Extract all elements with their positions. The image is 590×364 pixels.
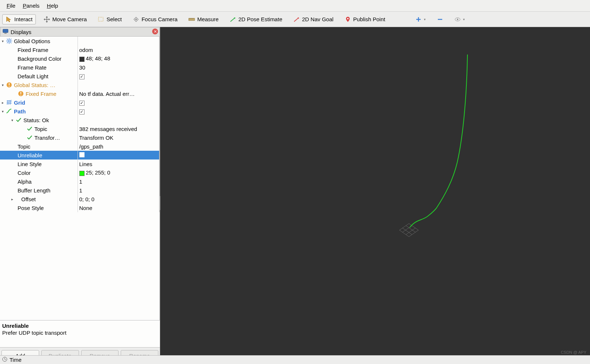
nav-goal-button[interactable]: 2D Nav Goal: [290, 14, 337, 25]
grid-visible-checkbox[interactable]: ✓: [79, 101, 84, 106]
panel-title-text: Displays: [11, 29, 31, 35]
grid-origin: [399, 224, 418, 237]
check-icon: [15, 117, 22, 123]
warning-icon: [18, 90, 24, 97]
row-offset[interactable]: ▸Offset 0; 0; 0: [0, 195, 159, 203]
close-panel-button[interactable]: ✕: [152, 29, 158, 34]
select-icon: [98, 16, 104, 23]
row-pose-style[interactable]: Pose Style None: [0, 203, 159, 212]
3d-viewport[interactable]: CSDN @ APY: [160, 27, 590, 364]
svg-line-46: [5, 359, 6, 360]
unreliable-checkbox[interactable]: [79, 152, 84, 157]
fixed-frame-value[interactable]: odom: [79, 47, 93, 53]
add-display-button[interactable]: ▾: [412, 14, 429, 25]
minus-icon: [437, 16, 443, 23]
menu-file[interactable]: File: [3, 1, 19, 10]
pose-estimate-button[interactable]: 2D Pose Estimate: [226, 14, 286, 25]
property-description: Unreliable Prefer UDP topic transport: [0, 320, 160, 347]
interact-button[interactable]: Interact: [2, 14, 36, 25]
svg-line-35: [10, 100, 11, 105]
ruler-icon: [188, 16, 195, 23]
svg-point-7: [347, 18, 349, 19]
panel-title-bar[interactable]: Displays ✕: [0, 27, 160, 37]
row-path[interactable]: ▾Path ✓: [0, 107, 159, 116]
pose-arrow-icon: [230, 16, 236, 23]
select-button[interactable]: Select: [94, 14, 125, 25]
row-alpha[interactable]: Alpha 1: [0, 177, 159, 186]
row-topic[interactable]: Topic /gps_path: [0, 142, 159, 151]
path-visible-checkbox[interactable]: ✓: [79, 109, 84, 115]
row-global-options[interactable]: ▾Global Options: [0, 37, 159, 45]
bg-color-chip[interactable]: [79, 57, 84, 62]
move-camera-label: Move Camera: [52, 16, 87, 22]
displays-panel: Displays ✕ ▾Global Options Fixed Frame o…: [0, 27, 160, 364]
dropdown-icon: ▾: [424, 18, 426, 21]
focus-camera-icon: [133, 16, 139, 23]
cursor-icon: [5, 16, 12, 23]
menu-help[interactable]: Help: [43, 1, 62, 10]
svg-point-15: [8, 40, 10, 42]
main-area: Displays ✕ ▾Global Options Fixed Frame o…: [0, 27, 590, 364]
row-status-ok[interactable]: ▾Status: Ok: [0, 116, 159, 124]
svg-point-12: [457, 19, 458, 20]
desc-title: Unreliable: [2, 323, 158, 329]
row-default-light[interactable]: Default Light ✓: [0, 72, 159, 80]
bottom-bar: Time: [0, 355, 590, 364]
menu-panels[interactable]: Panels: [19, 1, 43, 10]
svg-point-1: [135, 19, 136, 20]
row-gs-fixed-frame[interactable]: Fixed Frame No tf data. Actual err…: [0, 89, 159, 98]
row-status-topic[interactable]: Topic 382 messages received: [0, 124, 159, 133]
viewport-svg: [160, 27, 590, 364]
remove-display-button[interactable]: [433, 14, 447, 25]
plus-icon: [415, 16, 422, 23]
gps-path-line: [410, 55, 467, 228]
svg-rect-0: [98, 17, 103, 21]
svg-rect-2: [189, 18, 195, 20]
time-label: Time: [10, 357, 22, 363]
row-unreliable[interactable]: Unreliable: [0, 151, 159, 160]
property-tree[interactable]: ▾Global Options Fixed Frame odom Backgro…: [0, 37, 160, 320]
row-grid[interactable]: ▸Grid ✓: [0, 98, 159, 107]
nav-goal-label: 2D Nav Goal: [302, 16, 334, 22]
row-global-status[interactable]: ▾Global Status: …: [0, 80, 159, 89]
toolbar: Interact Move Camera Select Focus Camera…: [0, 12, 590, 27]
nav-arrow-icon: [293, 16, 300, 23]
clock-icon: [2, 357, 7, 363]
svg-line-34: [9, 100, 9, 105]
svg-rect-29: [20, 95, 21, 95]
row-background-color[interactable]: Background Color 48; 48; 48: [0, 54, 159, 63]
svg-rect-28: [20, 92, 21, 94]
focus-camera-button[interactable]: Focus Camera: [129, 14, 181, 25]
check-icon: [26, 134, 33, 141]
move-camera-icon: [44, 16, 50, 23]
svg-line-23: [11, 39, 12, 40]
row-line-style[interactable]: Line Style Lines: [0, 160, 159, 168]
grid-icon: [6, 99, 12, 106]
row-frame-rate[interactable]: Frame Rate 30: [0, 63, 159, 72]
move-camera-button[interactable]: Move Camera: [40, 14, 90, 25]
desc-body: Prefer UDP topic transport: [2, 330, 158, 336]
row-status-transform[interactable]: Transfor… Transform OK: [0, 133, 159, 142]
topic-value[interactable]: /gps_path: [79, 143, 104, 150]
menu-bar: File Panels Help: [0, 0, 590, 12]
warning-icon: [6, 82, 12, 88]
interact-label: Interact: [14, 16, 33, 22]
svg-line-21: [11, 42, 12, 44]
default-light-checkbox[interactable]: ✓: [79, 74, 84, 79]
gear-icon: [6, 38, 12, 44]
focus-camera-label: Focus Camera: [142, 16, 177, 22]
publish-point-label: Publish Point: [353, 16, 386, 22]
svg-rect-25: [9, 83, 10, 85]
pin-icon: [345, 16, 351, 23]
measure-button[interactable]: Measure: [185, 14, 222, 25]
eye-icon: [454, 16, 461, 23]
views-button[interactable]: ▾: [451, 14, 468, 25]
measure-label: Measure: [197, 16, 218, 22]
dropdown-icon: ▾: [463, 18, 465, 21]
svg-rect-26: [9, 86, 10, 87]
path-color-chip[interactable]: [79, 171, 84, 176]
row-fixed-frame[interactable]: Fixed Frame odom: [0, 45, 159, 54]
publish-point-button[interactable]: Publish Point: [341, 14, 389, 25]
row-buffer-length[interactable]: Buffer Length 1: [0, 186, 159, 195]
row-color[interactable]: Color 25; 255; 0: [0, 168, 159, 177]
